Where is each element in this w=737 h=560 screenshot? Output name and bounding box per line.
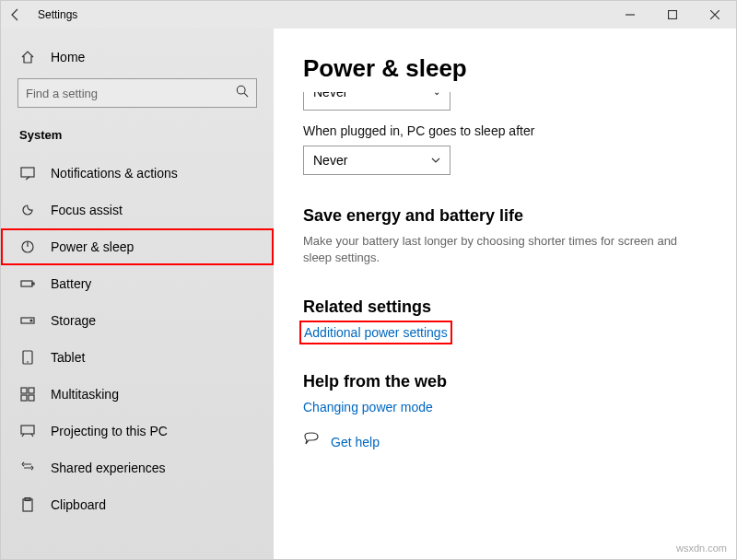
window-title: Settings — [38, 8, 77, 21]
titlebar: Settings — [1, 1, 736, 29]
sidebar-section-label: System — [1, 124, 274, 155]
battery-icon — [19, 275, 36, 292]
sidebar-item-label: Notifications & actions — [51, 166, 178, 181]
sidebar-home[interactable]: Home — [1, 43, 274, 78]
shared-icon — [19, 460, 36, 476]
home-icon — [19, 49, 36, 65]
sidebar-item-storage[interactable]: Storage — [1, 302, 274, 339]
dropdown-value: Never — [313, 153, 347, 168]
svg-point-7 — [30, 320, 32, 321]
svg-point-1 — [237, 86, 245, 94]
svg-rect-4 — [21, 281, 32, 286]
sidebar-item-power-sleep[interactable]: Power & sleep — [1, 228, 274, 265]
sidebar-item-shared-experiences[interactable]: Shared experiences — [1, 449, 274, 486]
multitasking-icon — [19, 386, 36, 402]
help-from-web-heading: Help from the web — [303, 372, 707, 391]
dropdown-value: Never — [313, 92, 347, 99]
tablet-icon — [19, 349, 36, 366]
sidebar-item-tablet[interactable]: Tablet — [1, 339, 274, 376]
save-energy-description: Make your battery last longer by choosin… — [303, 233, 690, 266]
sidebar-item-label: Focus assist — [51, 203, 123, 217]
settings-window: Settings Home System Notifications & act… — [0, 0, 737, 560]
content-pane: Power & sleep Never ⌄ When plugged in, P… — [274, 29, 736, 559]
svg-rect-9 — [21, 388, 27, 393]
focus-assist-icon — [19, 202, 36, 218]
get-help-row[interactable]: Get help — [303, 432, 707, 452]
svg-rect-10 — [29, 388, 34, 393]
save-energy-heading: Save energy and battery life — [303, 206, 707, 226]
chevron-down-icon — [431, 153, 440, 168]
sidebar-item-label: Power & sleep — [51, 239, 134, 254]
sidebar-item-notifications[interactable]: Notifications & actions — [1, 155, 274, 192]
back-icon[interactable] — [8, 7, 23, 22]
close-button[interactable] — [694, 1, 736, 29]
sidebar-item-label: Clipboard — [51, 497, 106, 512]
svg-rect-13 — [21, 426, 34, 434]
svg-rect-2 — [21, 168, 34, 177]
sidebar-item-label: Multitasking — [51, 387, 119, 402]
get-help-icon — [303, 432, 320, 452]
chevron-down-icon: ⌄ — [433, 92, 440, 97]
sidebar-item-label: Projecting to this PC — [51, 424, 168, 438]
sidebar-home-label: Home — [51, 50, 85, 64]
dropdown-plugged-in-sleep[interactable]: Never — [303, 146, 450, 175]
watermark: wsxdn.com — [676, 542, 727, 554]
power-icon — [19, 239, 36, 255]
svg-rect-12 — [29, 395, 34, 401]
sidebar-item-label: Battery — [51, 276, 91, 291]
notifications-icon — [19, 165, 36, 181]
svg-rect-11 — [21, 395, 27, 401]
dropdown-screen-sleep-partial[interactable]: Never ⌄ — [303, 92, 450, 111]
search-input[interactable] — [26, 87, 236, 100]
sidebar-item-battery[interactable]: Battery — [1, 265, 274, 302]
additional-power-settings-link[interactable]: Additional power settings — [303, 324, 449, 341]
search-box[interactable] — [18, 78, 257, 108]
svg-rect-5 — [32, 283, 34, 285]
projecting-icon — [19, 423, 36, 439]
sidebar-item-projecting[interactable]: Projecting to this PC — [1, 413, 274, 449]
search-icon — [236, 85, 249, 101]
related-settings-heading: Related settings — [303, 298, 707, 317]
clipboard-icon — [19, 496, 36, 513]
sidebar-item-clipboard[interactable]: Clipboard — [1, 486, 274, 523]
sidebar-item-label: Tablet — [51, 350, 85, 365]
get-help-link[interactable]: Get help — [331, 435, 380, 449]
sidebar-item-focus-assist[interactable]: Focus assist — [1, 192, 274, 228]
sidebar-item-multitasking[interactable]: Multitasking — [1, 376, 274, 413]
maximize-button[interactable] — [651, 1, 694, 29]
page-title: Power & sleep — [303, 54, 707, 83]
sidebar-item-label: Shared experiences — [51, 461, 166, 475]
minimize-button[interactable] — [609, 1, 651, 29]
svg-rect-0 — [669, 11, 677, 19]
changing-power-mode-link[interactable]: Changing power mode — [303, 400, 433, 414]
sidebar: Home System Notifications & actions Focu… — [1, 29, 274, 559]
storage-icon — [19, 312, 36, 329]
window-controls — [609, 1, 736, 29]
sidebar-item-label: Storage — [51, 313, 96, 328]
plugged-in-sleep-label: When plugged in, PC goes to sleep after — [303, 123, 707, 138]
